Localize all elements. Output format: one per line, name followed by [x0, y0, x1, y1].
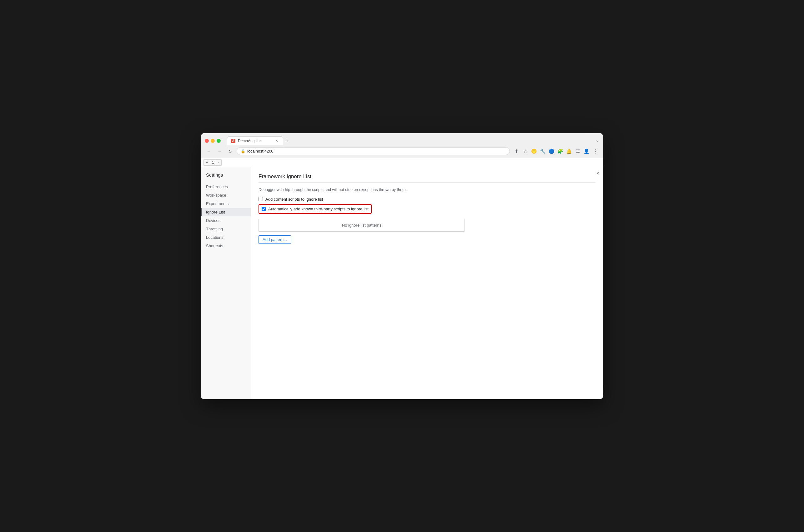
settings-sidebar: Settings Preferences Workspace Experimen…	[201, 167, 251, 399]
browser-tab[interactable]: A DemoAngular ✕	[227, 136, 283, 145]
browser-actions: ⬆ ☆ 😐 🔧 🔵 🧩 🔔 ☰ 👤 ⋮	[512, 147, 599, 155]
tab-title: DemoAngular	[238, 139, 272, 143]
content-scripts-label[interactable]: Add content scripts to ignore list	[265, 197, 323, 202]
devtools-panel: + 1 - Settings Preferences Workspace Exp…	[201, 158, 603, 399]
maximize-window-button[interactable]	[217, 139, 221, 143]
section-title: Framework Ignore List	[259, 173, 595, 180]
sidebar-item-devices[interactable]: Devices	[201, 216, 251, 225]
sidebar-item-workspace[interactable]: Workspace	[201, 191, 251, 200]
back-button[interactable]: ←	[205, 147, 213, 155]
content-scripts-checkbox[interactable]	[259, 197, 263, 201]
close-settings-button[interactable]: ×	[596, 171, 599, 176]
chevron-down-icon[interactable]: ⌄	[595, 137, 599, 142]
settings-title: Settings	[201, 172, 251, 183]
minimize-window-button[interactable]	[211, 139, 215, 143]
tab-favicon: A	[231, 139, 235, 143]
extension-icon-2[interactable]: 🔧	[539, 147, 547, 155]
url-bar[interactable]: 🔒 localhost:4200	[237, 147, 510, 155]
third-party-label[interactable]: Automatically add known third-party scri…	[268, 207, 368, 211]
extension-icon-6[interactable]: ☰	[574, 147, 582, 155]
bookmark-icon[interactable]: ☆	[521, 147, 529, 155]
section-divider	[259, 182, 595, 183]
sidebar-item-ignore-list[interactable]: Ignore List	[201, 208, 251, 216]
browser-chrome: A DemoAngular ✕ + ⌄ ← → ↻ 🔒 localhost:42…	[201, 133, 603, 158]
devtools-toolbar: + 1 -	[201, 158, 603, 167]
refresh-button[interactable]: ↻	[226, 147, 234, 155]
traffic-lights	[205, 139, 221, 143]
add-pattern-button[interactable]: Add pattern...	[259, 235, 291, 244]
sidebar-item-throttling[interactable]: Throttling	[201, 225, 251, 233]
third-party-checkbox[interactable]	[262, 207, 266, 211]
user-avatar[interactable]: 👤	[582, 147, 591, 155]
third-party-highlighted-row: Automatically add known third-party scri…	[259, 204, 372, 214]
share-icon[interactable]: ⬆	[512, 147, 520, 155]
sidebar-item-preferences[interactable]: Preferences	[201, 183, 251, 191]
browser-window: A DemoAngular ✕ + ⌄ ← → ↻ 🔒 localhost:42…	[201, 133, 603, 399]
ignore-list-empty-message: No ignore list patterns	[263, 223, 461, 228]
more-options-button[interactable]: ⋮	[591, 147, 599, 155]
forward-button[interactable]: →	[215, 147, 224, 155]
extension-icon-5[interactable]: 🔔	[565, 147, 573, 155]
close-window-button[interactable]	[205, 139, 209, 143]
sidebar-item-locations[interactable]: Locations	[201, 233, 251, 242]
url-text: localhost:4200	[247, 149, 273, 153]
devtools-content: Settings Preferences Workspace Experimen…	[201, 167, 603, 399]
zoom-level-button[interactable]: 1	[210, 160, 216, 165]
ignore-list-box: No ignore list patterns	[259, 219, 465, 232]
extension-icon-4[interactable]: 🧩	[556, 147, 564, 155]
zoom-out-button[interactable]: -	[216, 160, 221, 165]
tab-close-button[interactable]: ✕	[274, 138, 279, 144]
new-tab-button[interactable]: +	[283, 137, 291, 145]
window-controls-right: ⌄	[595, 137, 599, 144]
tab-bar: A DemoAngular ✕ +	[227, 136, 593, 145]
zoom-controls: + 1 -	[204, 159, 222, 166]
zoom-in-button[interactable]: +	[204, 160, 210, 165]
title-bar: A DemoAngular ✕ + ⌄	[201, 133, 603, 145]
sidebar-item-shortcuts[interactable]: Shortcuts	[201, 242, 251, 250]
lock-icon: 🔒	[241, 149, 245, 153]
section-description: Debugger will skip through the scripts a…	[259, 188, 595, 192]
extension-icon-3[interactable]: 🔵	[547, 147, 555, 155]
address-bar: ← → ↻ 🔒 localhost:4200 ⬆ ☆ 😐 🔧 🔵 🧩 🔔 ☰ 👤…	[201, 145, 603, 158]
content-scripts-row: Add content scripts to ignore list	[259, 197, 595, 202]
extension-icon-1[interactable]: 😐	[530, 147, 538, 155]
sidebar-item-experiments[interactable]: Experiments	[201, 200, 251, 208]
settings-main: × Framework Ignore List Debugger will sk…	[251, 167, 603, 399]
